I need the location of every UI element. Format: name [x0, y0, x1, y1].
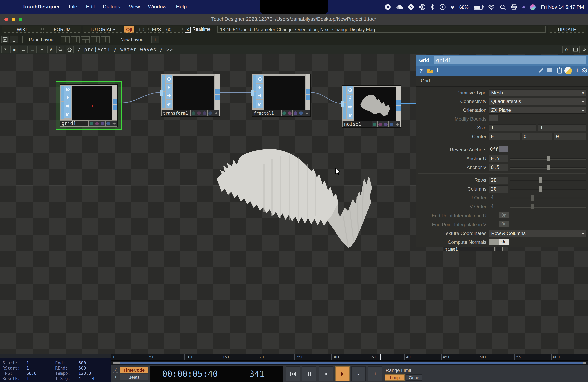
cook-flag-icon[interactable] — [64, 111, 71, 118]
node-transform1-name[interactable]: transform1 — [161, 110, 191, 116]
timeline-ruler[interactable]: 1 51 101 151 201 251 301 351 401 451 501… — [111, 354, 588, 361]
spotlight-search-icon[interactable] — [500, 4, 506, 10]
layout-preset-4[interactable] — [91, 36, 100, 43]
layout-preset-2[interactable] — [71, 36, 80, 43]
node-transform1[interactable]: transform1 — [161, 74, 220, 116]
rstart-value[interactable]: 1 — [26, 366, 29, 370]
tsig-value-2[interactable]: 4 — [92, 376, 95, 381]
start-value[interactable]: 1 — [26, 361, 29, 365]
node-transform1-input[interactable] — [160, 90, 163, 96]
center-z-field[interactable]: 0 — [554, 133, 587, 140]
tsig-value-1[interactable]: 4 — [78, 376, 81, 381]
once-button[interactable]: Once — [406, 374, 422, 381]
range-handle-right[interactable] — [583, 362, 586, 364]
stop-icon[interactable]: ■ — [10, 46, 18, 53]
python-expression-icon[interactable] — [564, 67, 572, 74]
node-flag-column[interactable] — [61, 86, 64, 101]
node-fractal1-name[interactable]: fractal1 — [252, 110, 282, 116]
tutorials-button[interactable]: TUTORIALS — [83, 26, 122, 33]
layout-preset-1[interactable] — [61, 36, 70, 43]
bookmark-pane-icon[interactable] — [10, 36, 18, 43]
node-noise1-name[interactable]: noise1 — [342, 121, 372, 128]
rend-value[interactable]: 600 — [78, 366, 86, 370]
node-noise1-input[interactable] — [341, 101, 344, 107]
search-network-icon[interactable] — [56, 46, 64, 53]
bookmark-star-icon[interactable]: ★ — [47, 46, 55, 53]
step-back-button[interactable]: - — [351, 366, 366, 381]
weather-cloud-icon[interactable] — [396, 4, 403, 10]
expand-pane-icon[interactable] — [1, 36, 9, 43]
size-x-field[interactable]: 1 — [489, 124, 536, 132]
tempo-value[interactable]: 120.0 — [78, 371, 91, 376]
primitive-type-dropdown[interactable]: Mesh▼ — [489, 89, 587, 96]
heart-icon[interactable]: ♥ — [451, 4, 454, 10]
node-grid1-name[interactable]: grid1 — [60, 120, 89, 127]
window-titlebar[interactable]: TouchDesigner 2023.12370: /Users/zainabi… — [0, 14, 588, 25]
forum-button[interactable]: FORUM — [43, 26, 81, 33]
info-icon[interactable]: i — [437, 67, 438, 74]
size-y-field[interactable]: 1 — [538, 124, 587, 132]
range-fill[interactable] — [113, 362, 586, 364]
node-fractal1-input[interactable] — [251, 90, 254, 96]
menu-help[interactable]: Help — [176, 4, 187, 10]
forward-icon[interactable]: → — [29, 46, 37, 53]
record-icon[interactable] — [385, 4, 391, 10]
node-color-flag[interactable] — [89, 120, 94, 127]
beats-mode-button[interactable]: Beats — [120, 374, 148, 381]
integer-frame-button[interactable]: I — [113, 374, 118, 380]
edit-comment-icon[interactable] — [538, 68, 544, 74]
anchor-v-slider[interactable] — [510, 167, 587, 169]
home-icon[interactable] — [66, 46, 74, 53]
bypass-flag-icon[interactable] — [64, 94, 71, 102]
pane-menu-icon[interactable]: ▼ — [1, 46, 9, 53]
viewer-flag-icon[interactable] — [64, 86, 71, 94]
airdrop-icon[interactable] — [419, 4, 425, 10]
realtime-label[interactable]: Realtime — [192, 27, 210, 32]
compute-normals-toggle[interactable]: On — [499, 239, 509, 245]
update-button[interactable]: UPDATE — [548, 26, 586, 33]
layout-preset-5[interactable] — [101, 36, 110, 43]
play-circle-icon[interactable] — [440, 4, 446, 10]
rows-slider[interactable] — [510, 180, 587, 181]
back-icon[interactable]: ← — [20, 46, 28, 53]
fps-info-value[interactable]: 60.0 — [26, 371, 37, 376]
timeline-range-bar[interactable] — [111, 361, 588, 365]
control-center-icon[interactable] — [511, 4, 517, 10]
node-grid1-output[interactable] — [113, 99, 117, 104]
network-breadcrumb[interactable]: / project1 / water_waves / >> — [78, 47, 173, 52]
anchor-u-slider[interactable] — [510, 158, 587, 160]
new-layout-add-button[interactable]: + — [151, 36, 159, 43]
battery-icon[interactable] — [474, 5, 483, 9]
timecode-slash-button[interactable]: / — [113, 367, 118, 373]
node-noise1-output[interactable] — [396, 100, 401, 105]
menu-view[interactable]: View — [129, 4, 140, 10]
operator-name-field[interactable]: grid1 — [434, 56, 587, 64]
wifi-icon[interactable] — [488, 4, 495, 10]
range-handle-left[interactable] — [113, 362, 120, 364]
anchor-u-field[interactable]: 0.5 — [489, 155, 508, 162]
archive-target-icon[interactable]: ◎ — [582, 66, 587, 74]
collapse-pane-icon[interactable] — [580, 46, 588, 53]
menu-edit[interactable]: Edit — [86, 4, 95, 10]
timecode-mode-button[interactable]: TimeCode — [120, 367, 148, 373]
rows-field[interactable]: 20 — [489, 177, 508, 184]
modify-bounds-toggle[interactable] — [489, 115, 498, 121]
node-fractal1[interactable]: fractal1 — [252, 74, 310, 116]
tab-grid[interactable]: Grid — [421, 78, 430, 83]
node-fractal1-output[interactable] — [306, 89, 310, 94]
realtime-checkbox[interactable]: X — [185, 27, 191, 33]
pause-button[interactable] — [302, 366, 316, 381]
siri-icon[interactable] — [530, 4, 536, 10]
menu-file[interactable]: File — [69, 4, 77, 10]
node-grid1-viewer[interactable] — [72, 86, 112, 125]
node-grid1[interactable]: grid1 — [60, 85, 117, 127]
maximize-pane-icon[interactable] — [572, 46, 580, 53]
center-x-field[interactable]: 0 — [489, 133, 520, 140]
node-noise1-viewer[interactable] — [354, 87, 396, 126]
python-help-icon[interactable]: ? — [426, 67, 434, 74]
oi-toggle-button[interactable]: O|I — [124, 26, 134, 33]
help-icon[interactable]: ? — [419, 67, 423, 74]
node-noise1[interactable]: noise1 — [342, 86, 401, 128]
node-star-flag[interactable] — [111, 120, 117, 127]
wiki-button[interactable]: WIKI — [2, 26, 42, 33]
